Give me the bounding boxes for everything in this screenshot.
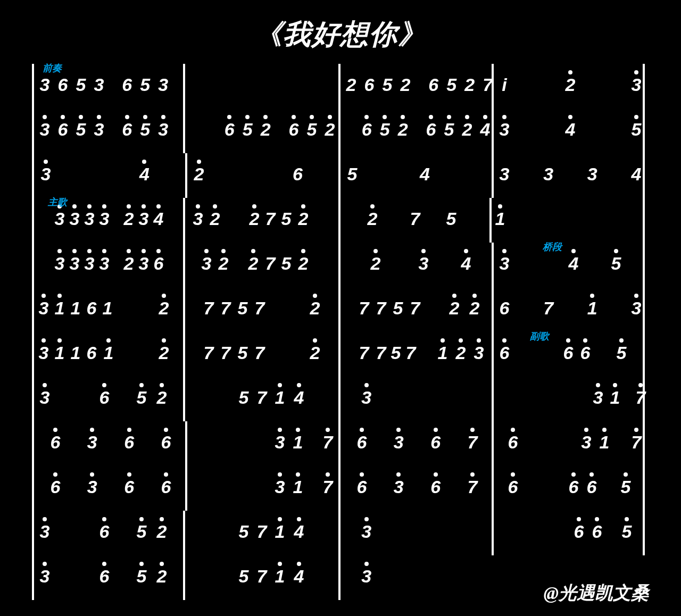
octave-dot <box>301 204 305 209</box>
octave-dot <box>41 338 46 343</box>
note: 3 <box>498 119 511 140</box>
octave-dot <box>596 383 600 387</box>
note: 2 <box>564 74 577 95</box>
bar: 77572 <box>185 287 338 332</box>
score-line: 副歌3116127757277571236665 <box>32 332 649 377</box>
octave-dot <box>263 115 268 119</box>
note: 4 <box>418 164 431 185</box>
octave-dot <box>227 115 231 119</box>
note: 2 <box>396 119 409 140</box>
octave-dot <box>595 517 599 521</box>
note: 5 <box>619 477 632 497</box>
note: 6 <box>585 477 598 497</box>
octave-dot <box>127 472 131 477</box>
section-label: 副歌 <box>530 330 549 343</box>
bar: 3 <box>338 377 492 421</box>
note: 2 <box>122 209 135 229</box>
octave-dot <box>139 562 144 566</box>
octave-dot <box>421 249 426 253</box>
octave-dot <box>142 204 146 209</box>
octave-dot <box>278 517 282 521</box>
note: 5 <box>236 343 249 363</box>
score-line: 636631763676665 <box>32 466 649 511</box>
bar: 5714 <box>185 511 338 555</box>
octave-dot <box>326 428 330 432</box>
note: 5 <box>74 74 87 95</box>
octave-dot <box>53 472 57 477</box>
note: 2 <box>248 209 261 229</box>
note: 5 <box>445 209 458 229</box>
note: 6 <box>360 119 373 140</box>
note: 6 <box>98 387 111 408</box>
note: 2 <box>217 253 230 274</box>
note: 2 <box>448 298 461 319</box>
octave-dot <box>634 70 638 74</box>
bar: 6526524 <box>338 109 492 153</box>
song-title: 《我好想你》 <box>32 16 649 53</box>
note: 4 <box>479 119 492 140</box>
note: 7 <box>358 343 370 363</box>
octave-dot <box>297 517 301 521</box>
octave-dot <box>441 338 445 343</box>
octave-dot <box>142 160 146 164</box>
octave-dot <box>511 428 515 432</box>
note: 5 <box>443 119 455 140</box>
octave-dot <box>90 472 94 477</box>
octave-dot <box>196 204 200 209</box>
note: 5 <box>381 74 394 95</box>
note: i <box>498 74 511 95</box>
note: 2 <box>309 298 321 319</box>
octave-dot <box>313 338 317 343</box>
octave-dot <box>44 160 48 164</box>
note: 5 <box>378 119 391 140</box>
note: 3 <box>273 432 286 453</box>
octave-dot <box>511 472 515 477</box>
octave-dot <box>197 160 201 164</box>
note: 1 <box>598 432 611 453</box>
note: 4 <box>152 209 165 229</box>
octave-dot <box>164 472 168 477</box>
bar: 322752 <box>185 243 338 287</box>
octave-dot <box>502 249 506 253</box>
octave-dot <box>568 115 572 119</box>
note: 5 <box>135 387 148 408</box>
bar: 3 <box>338 511 492 555</box>
note: 5 <box>615 343 628 363</box>
octave-dot <box>53 428 57 432</box>
note: 6 <box>427 74 440 95</box>
octave-dot <box>313 294 317 298</box>
note: 2 <box>461 119 474 140</box>
note: 3 <box>38 387 51 408</box>
octave-dot <box>127 249 131 253</box>
note: 3 <box>360 566 373 587</box>
note: 3 <box>53 209 66 229</box>
octave-dot <box>160 562 164 566</box>
note: 3 <box>630 74 643 95</box>
octave-dot <box>160 383 164 387</box>
octave-dot <box>589 472 594 477</box>
note: 1 <box>494 209 506 229</box>
note: 6 <box>49 477 62 497</box>
note: 7 <box>255 521 268 542</box>
note: 7 <box>358 298 370 319</box>
octave-dot <box>160 517 164 521</box>
octave-dot <box>213 204 217 209</box>
octave-dot <box>297 562 301 566</box>
note: 6 <box>152 253 165 274</box>
octave-dot <box>102 249 106 253</box>
octave-dot <box>301 249 305 253</box>
note: 6 <box>498 343 511 363</box>
octave-dot <box>251 249 255 253</box>
octave-dot <box>577 517 581 521</box>
bar: 775722 <box>338 287 492 332</box>
octave-dot <box>614 249 618 253</box>
bar: 3 <box>338 555 492 600</box>
note: 3 <box>192 209 204 229</box>
section-label: 主歌 <box>48 196 67 209</box>
note: 2 <box>468 298 481 319</box>
octave-dot <box>139 383 144 387</box>
octave-dot <box>470 428 475 432</box>
note: 7 <box>253 343 266 363</box>
octave-dot <box>162 338 166 343</box>
bar: 317 <box>492 377 645 421</box>
